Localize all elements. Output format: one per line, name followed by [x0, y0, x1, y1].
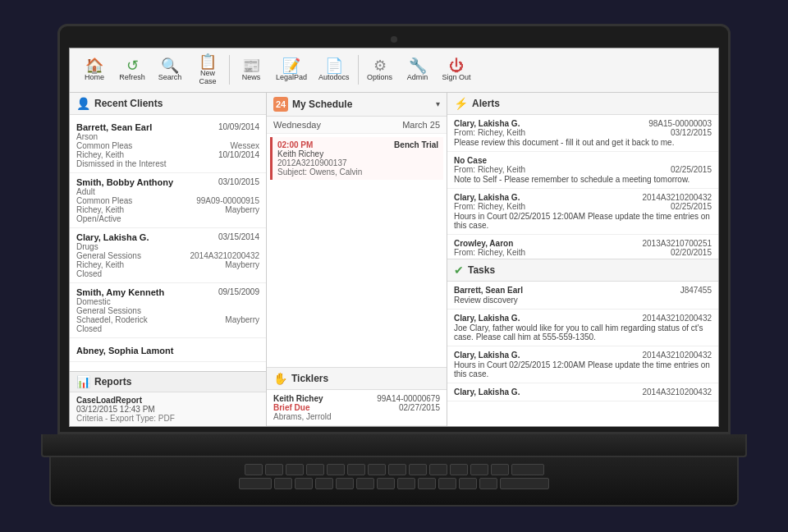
tickler-person: Keith Richey: [273, 394, 323, 403]
left-panel: 👤 Recent Clients Barrett, Sean Earl 10/0…: [70, 93, 267, 426]
report-item[interactable]: CaseLoadReport 03/12/2015 12:43 PM Crite…: [70, 392, 266, 426]
client-name: Smith, Bobby Anthony: [76, 177, 173, 187]
list-item[interactable]: Abney, Sophia Lamont: [70, 338, 266, 362]
alert-name: Crowley, Aaron: [454, 239, 513, 248]
key[interactable]: [368, 464, 386, 475]
task-desc: Review discovery: [454, 296, 712, 305]
key[interactable]: [315, 478, 333, 489]
toolbar-autodocs[interactable]: 📄 Autodocs: [314, 56, 355, 85]
client-status: Closed: [76, 324, 259, 333]
key[interactable]: [286, 464, 304, 475]
toolbar-search[interactable]: 🔍 Search: [152, 56, 188, 85]
key[interactable]: [409, 464, 427, 475]
client-date: 03/15/2014: [218, 232, 259, 242]
task-item[interactable]: Clary, Lakisha G. 2014A3210200432 Joe Cl…: [447, 310, 718, 346]
person-icon: 👤: [76, 97, 90, 110]
alert-item[interactable]: Clary, Lakisha G. 2014A3210200432 From: …: [447, 189, 718, 235]
task-item[interactable]: Clary, Lakisha G. 2014A3210200432 Hours …: [447, 346, 718, 383]
home-icon: 🏠: [85, 58, 103, 73]
report-criteria: Criteria - Export Type: PDF: [76, 414, 259, 423]
ticklers-header: ✋ Ticklers: [267, 367, 447, 390]
key[interactable]: [491, 464, 509, 475]
toolbar-legalpad[interactable]: 📝 LegalPad: [271, 56, 312, 85]
task-case: 2014A3210200432: [642, 314, 712, 323]
task-name: Clary, Lakisha G.: [454, 388, 520, 397]
alert-item[interactable]: Clary, Lakisha G. 98A15-00000003 From: R…: [447, 115, 718, 152]
client-case: 99A09-00000915: [196, 196, 259, 205]
key[interactable]: [347, 464, 365, 475]
list-item[interactable]: Smith, Bobby Anthony 03/10/2015 Adult Co…: [70, 173, 266, 228]
legalpad-label: LegalPad: [276, 74, 307, 82]
key[interactable]: [239, 478, 272, 489]
client-type: Domestic: [76, 297, 259, 306]
alert-date: 02/25/2015: [671, 165, 712, 174]
key[interactable]: [306, 464, 324, 475]
toolbar-divider-1: [229, 55, 230, 85]
list-item[interactable]: Smith, Amy Kenneth 09/15/2009 Domestic G…: [70, 283, 266, 338]
task-name: Clary, Lakisha G.: [454, 351, 520, 360]
toolbar-options[interactable]: ⚙ Options: [362, 56, 398, 85]
toolbar-new-case[interactable]: 📋 NewCase: [190, 52, 226, 89]
toolbar-home[interactable]: 🏠 Home: [76, 56, 112, 85]
admin-icon: 🔧: [409, 58, 427, 73]
sign-out-label: Sign Out: [442, 74, 471, 82]
event-type: Bench Trial: [394, 140, 438, 149]
key[interactable]: [388, 464, 406, 475]
key[interactable]: [295, 478, 313, 489]
recent-clients-header: 👤 Recent Clients: [70, 93, 266, 115]
client-court: General Sessions: [76, 306, 141, 315]
alert-date: 02/20/2015: [671, 248, 712, 257]
key[interactable]: [418, 478, 436, 489]
options-label: Options: [367, 74, 392, 82]
schedule-event[interactable]: 02:00 PM Bench Trial Keith Richey 2012A3…: [270, 137, 443, 180]
new-case-icon: 📋: [199, 54, 217, 69]
list-item[interactable]: Clary, Lakisha G. 03/15/2014 Drugs Gener…: [70, 228, 266, 283]
tasks-list: Barrett, Sean Earl J847455 Review discov…: [447, 282, 718, 426]
key[interactable]: [459, 478, 477, 489]
key[interactable]: [377, 478, 395, 489]
laptop-camera: [391, 36, 397, 43]
key[interactable]: [429, 464, 447, 475]
task-name: Clary, Lakisha G.: [454, 314, 520, 323]
task-item[interactable]: Clary, Lakisha G. 2014A3210200432: [447, 383, 718, 401]
reports-title: Reports: [94, 376, 131, 388]
alert-item[interactable]: No Case From: Richey, Keith 02/25/2015 N…: [447, 152, 718, 189]
key[interactable]: [336, 478, 354, 489]
toolbar-admin[interactable]: 🔧 Admin: [400, 56, 436, 85]
toolbar-sign-out[interactable]: ⏻ Sign Out: [438, 56, 476, 85]
alert-item[interactable]: Crowley, Aaron 2013A3210700251 From: Ric…: [447, 235, 718, 259]
client-date: 10/09/2014: [218, 122, 259, 132]
client-court: General Sessions: [76, 251, 141, 260]
client-list[interactable]: Barrett, Sean Earl 10/09/2014 Arson Comm…: [70, 115, 266, 371]
toolbar-refresh[interactable]: ↺ Refresh: [114, 56, 150, 85]
tickler-case: 99A14-00000679: [377, 394, 440, 403]
alert-from: From: Richey, Keith: [454, 248, 525, 257]
task-item[interactable]: Barrett, Sean Earl J847455 Review discov…: [447, 282, 718, 310]
schedule-date-row: Wednesday March 25: [267, 117, 447, 134]
alert-case: 2013A3210700251: [642, 239, 712, 248]
key[interactable]: [511, 464, 544, 475]
schedule-dropdown[interactable]: ▾: [436, 99, 440, 108]
key[interactable]: [479, 478, 497, 489]
client-attorney: Richey, Keith: [76, 260, 124, 269]
key[interactable]: [438, 478, 456, 489]
tickler-status: Brief Due: [273, 403, 309, 412]
list-item[interactable]: Barrett, Sean Earl 10/09/2014 Arson Comm…: [70, 118, 266, 173]
key[interactable]: [327, 464, 345, 475]
key[interactable]: [500, 478, 549, 489]
tickler-assignee: Abrams, Jerrold: [273, 412, 440, 421]
client-location: Wessex: [231, 141, 259, 150]
key[interactable]: [274, 478, 292, 489]
tickler-item[interactable]: Keith Richey 99A14-00000679 Brief Due 02…: [267, 390, 447, 426]
alert-date: 02/25/2015: [671, 202, 712, 211]
client-name: Abney, Sophia Lamont: [76, 346, 173, 355]
key[interactable]: [397, 478, 415, 489]
reports-header: 📊 Reports: [70, 372, 266, 392]
key[interactable]: [356, 478, 374, 489]
key[interactable]: [450, 464, 468, 475]
alert-from: From: Richey, Keith: [454, 202, 525, 211]
key[interactable]: [265, 464, 283, 475]
toolbar-news[interactable]: 📰 News: [233, 56, 269, 85]
key[interactable]: [245, 464, 263, 475]
key[interactable]: [470, 464, 488, 475]
